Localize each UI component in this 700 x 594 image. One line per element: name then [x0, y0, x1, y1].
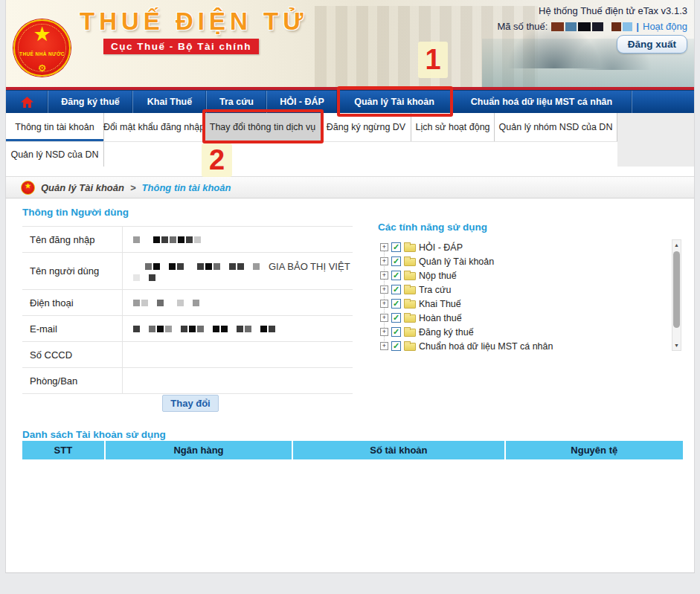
- user-info-form: Tên đăng nhập Tên người dùng GIA BẢO THỊ…: [22, 226, 353, 394]
- tree-item-label[interactable]: HỎI - ĐÁP: [419, 242, 463, 253]
- system-version: Hệ thống Thuế điện tử eTax v3.1.3: [497, 5, 687, 16]
- redacted-value: GIA BẢO THỊ VIỆT: [133, 261, 353, 272]
- redacted-tax-code: [551, 22, 632, 31]
- header-banner: ★ THUẾ NHÀ NƯỚC ⚙ THUẾ ĐIỆN TỬ Cục Thuế …: [6, 0, 694, 87]
- redacted-value: [133, 300, 353, 306]
- sub-tabs: Thông tin tài khoản Đổi mật khẩu đăng nh…: [6, 113, 694, 167]
- field-label-phong-ban: Phòng/Ban: [22, 368, 123, 393]
- tree-item-label[interactable]: Quản lý Tài khoản: [419, 256, 494, 267]
- tab-doi-mat-khau[interactable]: Đổi mật khẩu đăng nhập: [104, 113, 205, 141]
- tab-lich-su-hoat-dong[interactable]: Lịch sử hoạt động: [411, 113, 495, 141]
- checkbox-checked-icon[interactable]: ✓: [391, 242, 401, 252]
- checkbox-checked-icon[interactable]: ✓: [391, 299, 401, 309]
- expand-icon[interactable]: +: [380, 243, 388, 251]
- field-value-phong-ban: [123, 368, 353, 393]
- accounts-title: Danh sách Tài khoản sử dụng: [22, 429, 166, 440]
- checkbox-checked-icon[interactable]: ✓: [391, 271, 401, 280]
- field-label-email: E-mail: [22, 316, 123, 341]
- expand-icon[interactable]: +: [380, 300, 388, 308]
- home-icon: [21, 97, 33, 108]
- main-nav: Đăng ký thuế Khai Thuế Tra cứu HỎI - ĐÁP…: [6, 90, 694, 113]
- expand-icon[interactable]: +: [380, 342, 388, 350]
- nav-item-dang-ky-thue[interactable]: Đăng ký thuế: [48, 91, 133, 113]
- folder-icon: [404, 329, 416, 337]
- redacted-value: [133, 326, 353, 332]
- tree-item: + ✓ Tra cứu: [380, 283, 553, 297]
- gear-icon: ⚙: [15, 62, 69, 74]
- tab-quan-ly-nsd-cua-dn[interactable]: Quản lý NSD của DN: [6, 142, 104, 167]
- tree-item: + ✓ Nộp thuế: [380, 268, 553, 283]
- nav-item-chuan-hoa-mst[interactable]: Chuẩn hoá dữ liệu MST cá nhân: [452, 91, 632, 113]
- checkbox-checked-icon[interactable]: ✓: [391, 285, 401, 294]
- column-header-so-tai-khoan: Số tài khoản: [293, 441, 504, 459]
- star-icon: ★: [15, 22, 69, 46]
- logout-button[interactable]: Đăng xuất: [617, 35, 687, 54]
- nav-item-khai-thue[interactable]: Khai Thuế: [133, 91, 207, 113]
- breadcrumb-current[interactable]: Thông tin tài khoản: [142, 182, 231, 193]
- tree-item: + ✓ Khai Thuế: [380, 297, 553, 311]
- tree-item: + ✓ Đăng ký thuế: [380, 325, 553, 339]
- page-frame: ★ THUẾ NHÀ NƯỚC ⚙ THUẾ ĐIỆN TỬ Cục Thuế …: [5, 0, 695, 573]
- emblem-mini-icon: ★: [21, 181, 35, 195]
- folder-icon: [404, 244, 416, 252]
- expand-icon[interactable]: +: [380, 271, 388, 280]
- scrollbar-thumb[interactable]: [673, 251, 680, 328]
- brand-subtitle: Cục Thuế - Bộ Tài chính: [103, 39, 259, 54]
- tab-thay-doi-thong-tin-dich-vu[interactable]: Thay đổi thông tin dịch vụ: [205, 113, 321, 141]
- field-value-cccd: [123, 342, 353, 367]
- divider: |: [636, 21, 639, 32]
- checkbox-checked-icon[interactable]: ✓: [391, 313, 401, 323]
- nav-item-hoi-dap[interactable]: HỎI - ĐÁP: [267, 91, 338, 113]
- tree-scrollbar[interactable]: ▲ ▼: [672, 239, 681, 351]
- tree-item-label[interactable]: Đăng ký thuế: [419, 327, 474, 338]
- field-label-phone: Điện thoại: [22, 290, 123, 315]
- scroll-up-icon[interactable]: ▲: [672, 240, 681, 250]
- field-value-fullname: GIA BẢO THỊ VIỆT: [123, 253, 353, 289]
- accounts-table-header: STT Ngân hàng Số tài khoản Nguyên tệ: [22, 441, 683, 459]
- tree-item-label[interactable]: Chuẩn hoá dữ liệu MST cá nhân: [419, 341, 553, 352]
- column-header-stt: STT: [22, 441, 104, 459]
- scroll-down-icon[interactable]: ▼: [672, 340, 681, 350]
- redacted-value: [133, 274, 353, 281]
- tax-emblem-logo: ★ THUẾ NHÀ NƯỚC ⚙: [13, 19, 71, 77]
- redacted-value: [133, 236, 353, 243]
- nav-item-tra-cuu[interactable]: Tra cứu: [207, 91, 267, 113]
- column-header-nguyen-te: Nguyên tệ: [506, 441, 683, 459]
- folder-icon: [404, 258, 416, 266]
- nav-item-quan-ly-tai-khoan[interactable]: Quản lý Tài khoản: [338, 91, 452, 113]
- breadcrumb-separator: >: [130, 182, 136, 193]
- field-label-cccd: Số CCCD: [22, 342, 123, 367]
- header-info: Hệ thống Thuế điện tử eTax v3.1.3 Mã số …: [497, 5, 687, 32]
- home-tab[interactable]: [6, 91, 48, 113]
- field-label-fullname: Tên người dùng: [22, 253, 123, 289]
- brand-title: THUẾ ĐIỆN TỬ: [80, 7, 308, 36]
- tree-item-label[interactable]: Nộp thuế: [419, 271, 457, 281]
- features-title: Các tính năng sử dụng: [378, 222, 487, 233]
- breadcrumb-parent[interactable]: Quản lý Tài khoản: [41, 182, 124, 193]
- folder-icon: [404, 343, 416, 351]
- expand-icon[interactable]: +: [380, 285, 388, 294]
- expand-icon[interactable]: +: [380, 314, 388, 322]
- checkbox-checked-icon[interactable]: ✓: [391, 327, 401, 337]
- expand-icon[interactable]: +: [380, 328, 388, 336]
- folder-icon: [404, 272, 416, 280]
- features-tree: + ✓ HỎI - ĐÁP + ✓ Quản lý Tài khoản + ✓ …: [380, 240, 553, 353]
- emblem-text: THUẾ NHÀ NƯỚC: [15, 51, 69, 57]
- folder-icon: [404, 314, 416, 323]
- tab-dang-ky-ngung-dv[interactable]: Đăng ký ngừng DV: [321, 113, 411, 141]
- expand-icon[interactable]: +: [380, 257, 388, 265]
- tree-item-label[interactable]: Tra cứu: [419, 285, 451, 295]
- tax-code-label: Mã số thuế:: [497, 21, 548, 32]
- tab-quan-ly-nhom-nsd[interactable]: Quản lý nhóm NSD của DN: [495, 113, 617, 141]
- folder-icon: [404, 300, 416, 309]
- tree-item-label[interactable]: Khai Thuế: [419, 299, 461, 309]
- tree-item-label[interactable]: Hoàn thuế: [419, 313, 462, 323]
- checkbox-checked-icon[interactable]: ✓: [391, 341, 401, 351]
- checkbox-checked-icon[interactable]: ✓: [391, 256, 401, 266]
- status-link[interactable]: Hoạt động: [643, 21, 687, 32]
- tree-item: + ✓ Quản lý Tài khoản: [380, 254, 553, 268]
- tab-thong-tin-tai-khoan[interactable]: Thông tin tài khoản: [6, 113, 104, 141]
- content-area: Thông tin Người dùng Tên đăng nhập Tên n…: [6, 198, 694, 573]
- change-button[interactable]: Thay đổi: [162, 395, 219, 412]
- field-value-email: [123, 316, 353, 341]
